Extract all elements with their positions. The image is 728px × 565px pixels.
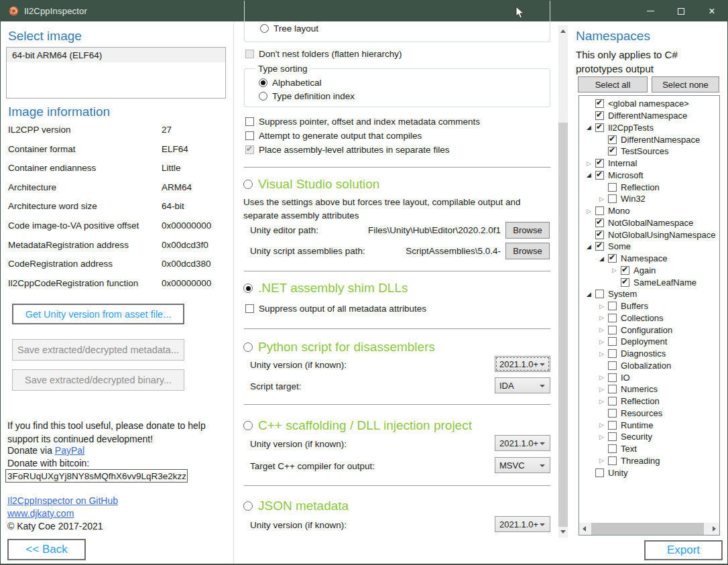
back-button[interactable]: << Back [7, 539, 86, 560]
scroll-down-icon[interactable] [560, 530, 566, 533]
tree-node[interactable]: ▷Numerics [579, 383, 719, 395]
suppress-metadata-attrs-checkbox[interactable] [245, 304, 254, 313]
expander-open-icon[interactable]: ◢ [586, 291, 595, 298]
export-button[interactable]: Export [644, 540, 723, 560]
namespace-checkbox[interactable] [608, 254, 617, 263]
scroll-up-icon[interactable] [560, 29, 566, 33]
json-metadata-section-header[interactable]: JSON metadata [243, 499, 349, 513]
expander-closed-icon[interactable]: ▷ [586, 160, 595, 167]
paypal-link[interactable]: PayPal [55, 445, 84, 456]
python-script-radio[interactable] [243, 342, 253, 352]
cpp-compiler-select[interactable]: MSVC [495, 457, 550, 473]
sort-alphabetical-option[interactable]: Alphabetical [259, 78, 322, 88]
compiles-checkbox[interactable] [245, 131, 254, 140]
namespace-checkbox[interactable] [608, 432, 617, 441]
tree-node[interactable]: Resources [579, 407, 719, 420]
suppress-comments-option[interactable]: Suppress pointer, offset and index metad… [245, 117, 480, 127]
namespace-checkbox[interactable] [608, 361, 617, 370]
tree-node[interactable]: DifferentNamespace [579, 110, 719, 122]
namespace-checkbox[interactable] [595, 206, 604, 215]
tree-node[interactable]: ▷Security [579, 431, 719, 443]
namespace-checkbox[interactable] [608, 444, 617, 453]
python-unity-version-select[interactable]: 2021.1.0+ [495, 356, 550, 372]
scrollbar-thumb[interactable] [558, 123, 568, 527]
namespace-checkbox[interactable] [595, 99, 604, 108]
expander-closed-icon[interactable]: ▷ [599, 314, 608, 321]
github-link[interactable]: Il2CppInspector on GitHub [7, 495, 118, 506]
namespace-checkbox[interactable] [595, 468, 604, 477]
expander-closed-icon[interactable]: ▷ [599, 338, 608, 345]
tree-node[interactable]: ◢Some [579, 241, 719, 253]
namespace-checkbox[interactable] [608, 337, 617, 346]
tree-node[interactable]: Reflection [579, 181, 719, 193]
python-script-section-header[interactable]: Python script for disassemblers [243, 340, 435, 355]
namespace-checkbox[interactable] [608, 302, 617, 310]
website-link[interactable]: www.djkaty.com [7, 508, 74, 519]
close-button[interactable]: × [696, 1, 727, 21]
tree-node[interactable]: ▷Threading [579, 455, 719, 467]
sort-typedef-radio[interactable] [259, 92, 267, 101]
shim-dlls-radio[interactable] [243, 284, 253, 293]
namespace-checkbox[interactable] [595, 171, 604, 180]
visual-studio-radio[interactable] [243, 180, 253, 189]
json-metadata-radio[interactable] [243, 501, 253, 511]
get-unity-version-button[interactable]: Get Unity version from asset file... [12, 304, 184, 324]
tree-node[interactable]: ▷Collections [579, 312, 719, 324]
namespace-checkbox[interactable] [595, 123, 604, 132]
tree-node[interactable]: NotGlobalNamespace [579, 217, 719, 229]
json-unity-version-select[interactable]: 2021.1.0+ [495, 516, 550, 532]
tree-node[interactable]: SameLeafName [579, 276, 719, 288]
namespace-checkbox[interactable] [608, 314, 617, 322]
namespace-checkbox[interactable] [608, 456, 617, 465]
namespace-checkbox[interactable] [595, 159, 604, 168]
expander-open-icon[interactable]: ◢ [586, 243, 595, 250]
namespace-checkbox[interactable] [608, 397, 617, 405]
scroll-right-icon[interactable] [713, 526, 716, 531]
namespace-checkbox[interactable] [608, 326, 617, 334]
tree-node[interactable]: ▷Runtime [579, 419, 719, 431]
image-list-item[interactable]: 64-bit ARM64 (ELF64) [7, 48, 225, 62]
namespace-checkbox[interactable] [595, 290, 604, 298]
tree-node[interactable]: ▷Win32 [579, 193, 719, 205]
expander-open-icon[interactable]: ◢ [599, 255, 608, 262]
expander-closed-icon[interactable]: ▷ [599, 326, 608, 333]
namespace-checkbox[interactable] [595, 231, 604, 239]
expander-open-icon[interactable]: ◢ [586, 124, 595, 131]
shim-dlls-section-header[interactable]: .NET assembly shim DLLs [243, 281, 408, 296]
options-vertical-scrollbar[interactable] [558, 25, 568, 538]
bitcoin-address-input[interactable] [5, 469, 188, 483]
visual-studio-section-header[interactable]: Visual Studio solution [243, 177, 379, 192]
tree-node[interactable]: ▷IO [579, 371, 719, 383]
tree-node[interactable]: ▷Again [579, 265, 719, 277]
expander-closed-icon[interactable]: ▷ [599, 434, 608, 440]
namespace-checkbox[interactable] [595, 111, 604, 120]
namespace-checkbox[interactable] [595, 242, 604, 251]
compiles-option[interactable]: Attempt to generate output that compiles [245, 131, 422, 141]
tree-node[interactable]: ◢Il2CppTests [579, 122, 719, 134]
scrollbar-thumb[interactable] [591, 523, 704, 535]
tree-node[interactable]: ◢System [579, 288, 719, 300]
browse-editor-path-button[interactable]: Browse [505, 222, 550, 239]
script-assemblies-path-value[interactable]: -5.0.4\ScriptAssemblies [363, 246, 501, 256]
expander-open-icon[interactable]: ◢ [586, 172, 595, 178]
tree-node[interactable]: ▷Configuration [579, 324, 719, 336]
expander-closed-icon[interactable]: ▷ [599, 457, 608, 464]
namespace-checkbox[interactable] [608, 194, 617, 203]
expander-closed-icon[interactable]: ▷ [599, 386, 608, 393]
namespace-checkbox[interactable] [608, 409, 617, 418]
expander-closed-icon[interactable]: ▷ [599, 422, 608, 428]
tree-node[interactable]: Text [579, 443, 719, 455]
namespace-checkbox[interactable] [608, 373, 617, 382]
select-none-button[interactable]: Select none [652, 76, 719, 92]
tree-node[interactable]: Unity [579, 466, 719, 479]
namespace-checkbox[interactable] [608, 183, 617, 192]
expander-closed-icon[interactable]: ▷ [611, 267, 621, 273]
tree-node[interactable]: ▷Diagnostics [579, 348, 719, 360]
separate-attributes-option[interactable]: Place assembly-level attributes in separ… [245, 145, 449, 155]
minimize-button[interactable] [635, 1, 666, 21]
expander-closed-icon[interactable]: ▷ [599, 374, 608, 381]
namespace-checkbox[interactable] [621, 266, 629, 275]
select-all-button[interactable]: Select all [578, 76, 648, 92]
maximize-button[interactable] [666, 1, 696, 21]
tree-layout-radio[interactable] [260, 24, 269, 33]
